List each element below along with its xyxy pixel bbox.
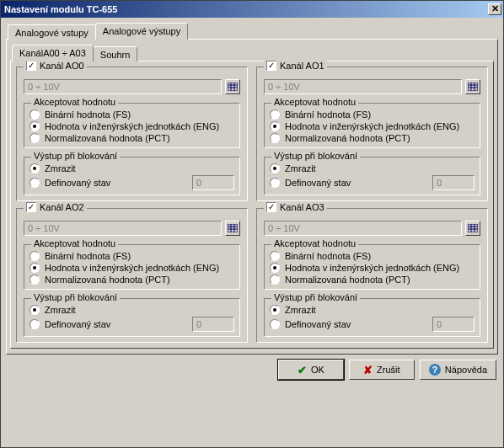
channel-ao0-range-input[interactable]: 0 ÷ 10V [24, 79, 222, 94]
help-button[interactable]: ? Nápověda [420, 360, 496, 380]
radio-dot-icon [273, 125, 276, 128]
check-icon: ✓ [268, 203, 275, 211]
channel-ao1-block-defined-radio[interactable] [270, 178, 280, 188]
check-icon: ✓ [28, 61, 35, 70]
channel-ao0-block-defined-radio[interactable] [29, 178, 40, 188]
tab-analog-outputs[interactable]: Analogové výstupy [95, 23, 188, 40]
channel-ao1-block-group: Výstup při blokování Zmrazit Definovaný … [264, 157, 480, 195]
channel-ao1-accept-binary-radio[interactable] [270, 109, 280, 120]
channel-ao3-defined-value-input[interactable]: 0 [432, 317, 475, 332]
channel-ao0-accept-binary-radio[interactable] [29, 109, 40, 120]
inner-tabstrip: KanálA00 ÷ A03 Souhrn [10, 45, 494, 61]
channel-ao1-accept-eng-radio[interactable] [270, 121, 280, 131]
tab-channels-a00-a03[interactable]: KanálA00 ÷ A03 [12, 45, 94, 61]
channel-ao1-block-freeze-radio[interactable] [270, 163, 280, 173]
group-legend: Výstup při blokování [31, 151, 120, 161]
channel-ao2-accept-binary-radio[interactable] [29, 251, 40, 261]
channel-ao1-range-browse-button[interactable] [465, 79, 480, 94]
channel-ao3-block-defined-radio[interactable] [270, 319, 280, 329]
grid-icon [468, 224, 478, 232]
group-legend: Akceptovat hodnotu [31, 238, 118, 248]
channel-title: Kanál AO0 [40, 61, 84, 71]
channel-ao0-accept-eng-radio[interactable] [29, 121, 40, 131]
grid-icon [468, 83, 478, 91]
group-legend: Výstup při blokování [271, 151, 360, 161]
channel-title: Kanál AO2 [40, 202, 84, 212]
window-title: Nastavení modulu TC-655 [4, 4, 488, 14]
check-icon: ✔ [298, 365, 307, 376]
radio-label: Binární hodnota (FS) [45, 251, 131, 261]
group-legend: Akceptovat hodnotu [271, 97, 358, 107]
channel-ao2-range-input[interactable]: 0 ÷ 10V [24, 221, 222, 236]
button-label: Nápověda [445, 365, 487, 375]
radio-label: Zmrazit [285, 163, 316, 173]
check-icon: ✓ [268, 61, 275, 70]
radio-dot-icon [33, 308, 36, 312]
channel-ao1-legend: ✓ Kanál AO1 [264, 61, 327, 71]
close-icon: ✕ [491, 3, 499, 13]
radio-label: Binární hodnota (FS) [45, 109, 131, 120]
channel-ao2-block-freeze-radio[interactable] [29, 305, 40, 315]
radio-label: Zmrazit [45, 305, 76, 315]
radio-label: Hodnota v inženýrských jednotkách (ENG) [285, 121, 459, 131]
cancel-button[interactable]: ✘ Zrušit [349, 360, 415, 380]
radio-label: Normalizovaná hodnota (PCT) [45, 133, 170, 143]
radio-dot-icon [33, 266, 36, 269]
window-close-button[interactable]: ✕ [488, 3, 501, 15]
channel-ao3-range-input[interactable]: 0 ÷ 10V [264, 221, 462, 236]
tab-label: Analogové výstupy [103, 26, 180, 36]
svg-rect-5 [468, 83, 478, 91]
channel-ao3-block-group: Výstup při blokování Zmrazit Definovaný … [264, 298, 480, 337]
group-legend: Akceptovat hodnotu [31, 97, 118, 107]
channel-ao1-box: ✓ Kanál AO1 0 ÷ 10V Akceptovat hodnotu B… [256, 67, 488, 201]
tab-analog-inputs[interactable]: Analogové vstupy [8, 24, 96, 40]
channel-title: Kanál AO3 [280, 202, 324, 212]
channel-ao0-block-freeze-radio[interactable] [29, 163, 40, 173]
radio-label: Normalizovaná hodnota (PCT) [285, 275, 410, 285]
channel-ao3-accept-eng-radio[interactable] [270, 263, 280, 273]
channel-ao0-legend: ✓ Kanál AO0 [24, 61, 87, 71]
channel-ao1-enable-checkbox[interactable]: ✓ [266, 61, 276, 71]
channel-ao0-enable-checkbox[interactable]: ✓ [26, 61, 36, 71]
tab-label: Analogové vstupy [15, 28, 88, 38]
radio-label: Definovaný stav [45, 319, 187, 329]
radio-dot-icon [273, 266, 276, 269]
radio-label: Binární hodnota (FS) [285, 109, 371, 120]
channel-ao2-range-browse-button[interactable] [225, 221, 240, 236]
channel-ao3-enable-checkbox[interactable]: ✓ [266, 202, 276, 212]
tab-summary[interactable]: Souhrn [93, 46, 137, 61]
group-legend: Akceptovat hodnotu [271, 238, 358, 248]
channel-ao2-block-defined-radio[interactable] [29, 319, 40, 329]
ok-button[interactable]: ✔ OK [278, 360, 344, 380]
channel-ao3-legend: ✓ Kanál AO3 [264, 202, 327, 212]
client-area: Analogové vstupy Analogové výstupy Kanál… [1, 18, 503, 447]
channel-ao3-range-browse-button[interactable] [465, 221, 480, 236]
channel-ao2-accept-eng-radio[interactable] [29, 263, 40, 273]
channel-ao0-defined-value-input[interactable]: 0 [192, 175, 234, 190]
grid-icon [228, 83, 238, 91]
radio-dot-icon [273, 167, 276, 170]
radio-dot-icon [33, 167, 36, 170]
channel-ao2-legend: ✓ Kanál AO2 [24, 202, 87, 212]
channel-ao2-accept-normalized-radio[interactable] [29, 275, 40, 285]
dialog-window: Nastavení modulu TC-655 ✕ Analogové vstu… [0, 0, 504, 448]
channel-ao3-box: ✓ Kanál AO3 0 ÷ 10V Akceptovat hodnotu B… [256, 208, 488, 343]
channel-ao0-box: ✓ Kanál AO0 0 ÷ 10V Akceptovat hodnotu [16, 67, 248, 201]
radio-label: Hodnota v inženýrských jednotkách (ENG) [45, 263, 219, 273]
channel-ao0-accept-normalized-radio[interactable] [29, 133, 40, 143]
radio-label: Definovaný stav [285, 178, 427, 188]
tab-label: KanálA00 ÷ A03 [19, 48, 86, 58]
channel-ao0-range-browse-button[interactable] [225, 79, 240, 94]
channel-ao3-accept-binary-radio[interactable] [270, 251, 280, 261]
channel-ao1-defined-value-input[interactable]: 0 [432, 175, 475, 190]
channel-ao3-accept-normalized-radio[interactable] [270, 275, 280, 285]
channel-ao1-accept-normalized-radio[interactable] [270, 133, 280, 143]
radio-label: Normalizovaná hodnota (PCT) [45, 275, 170, 285]
channel-ao1-range-input[interactable]: 0 ÷ 10V [264, 79, 462, 94]
title-bar: Nastavení modulu TC-655 ✕ [1, 1, 503, 18]
inner-tabpane: ✓ Kanál AO0 0 ÷ 10V Akceptovat hodnotu [10, 61, 494, 349]
channel-ao3-block-freeze-radio[interactable] [270, 305, 280, 315]
channel-ao2-defined-value-input[interactable]: 0 [192, 317, 234, 332]
channel-ao2-enable-checkbox[interactable]: ✓ [26, 202, 36, 212]
outer-tabpane: KanálA00 ÷ A03 Souhrn ✓ Kanál AO0 [6, 39, 498, 355]
